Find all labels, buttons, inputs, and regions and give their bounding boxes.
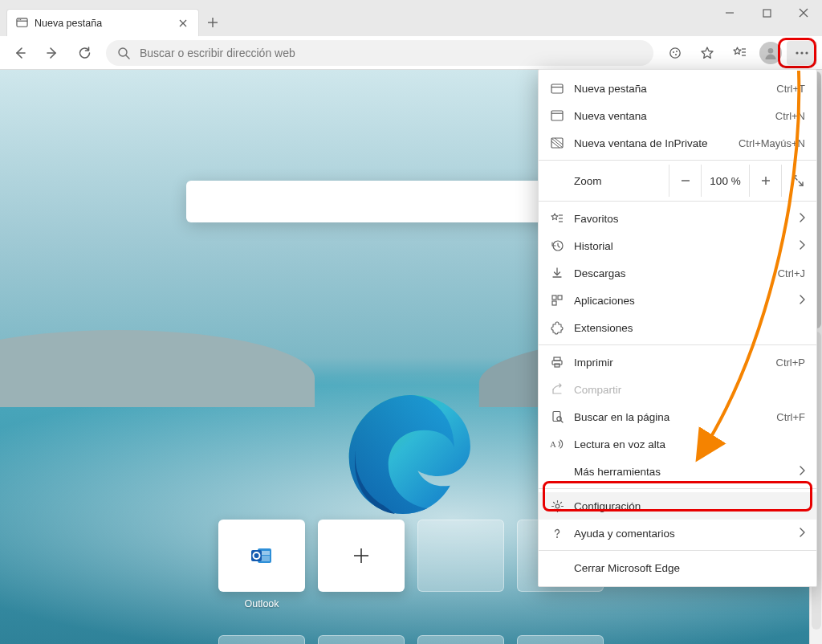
minimize-icon <box>725 8 735 18</box>
menu-item-new-tab[interactable]: Nueva pestaña Ctrl+T <box>539 75 816 102</box>
menu-item-label: Cerrar Microsoft Edge <box>574 562 805 574</box>
svg-point-23 <box>768 48 774 54</box>
svg-point-58 <box>556 536 558 538</box>
chevron-right-icon <box>799 213 805 225</box>
menu-separator <box>539 488 816 489</box>
edge-logo-icon <box>344 387 478 522</box>
quicklink-placeholder <box>318 635 405 644</box>
print-icon <box>550 355 564 369</box>
menu-item-more-tools[interactable]: Más herramientas <box>539 458 816 485</box>
window-minimize-button[interactable] <box>711 0 748 26</box>
menu-item-inprivate[interactable]: Nueva ventana de InPrivate Ctrl+Mayús+N <box>539 129 816 157</box>
profile-button[interactable] <box>759 42 782 64</box>
svg-rect-4 <box>16 18 26 26</box>
omnibox-input[interactable] <box>138 46 642 60</box>
svg-point-6 <box>18 19 19 20</box>
plus-icon <box>760 175 771 186</box>
quicklink-label <box>360 598 362 609</box>
svg-rect-1 <box>763 10 771 17</box>
menu-item-favorites[interactable]: Favoritos <box>539 205 816 232</box>
menu-separator <box>539 344 816 345</box>
star-icon <box>700 46 714 60</box>
close-icon <box>799 8 808 18</box>
menu-item-label: Ayuda y comentarios <box>574 528 789 540</box>
menu-item-print[interactable]: Imprimir Ctrl+P <box>539 348 816 376</box>
svg-point-19 <box>675 54 677 55</box>
star-list-icon <box>550 211 564 226</box>
svg-rect-47 <box>552 296 556 300</box>
newtab-favicon-icon <box>15 17 28 30</box>
menu-item-label: Nueva ventana <box>574 110 766 122</box>
menu-item-shortcut: Ctrl+Mayús+N <box>739 137 805 149</box>
maximize-icon <box>763 9 771 18</box>
download-icon <box>550 266 564 280</box>
favorites-button[interactable] <box>724 38 755 68</box>
menu-item-new-window[interactable]: Nueva ventana Ctrl+N <box>539 102 816 129</box>
quicklink-outlook[interactable]: Outlook <box>218 520 305 609</box>
menu-item-close-edge[interactable]: Cerrar Microsoft Edge <box>539 554 816 581</box>
menu-item-label: Imprimir <box>574 357 767 369</box>
svg-rect-34 <box>551 84 563 93</box>
chevron-right-icon <box>799 240 805 252</box>
menu-item-apps[interactable]: Aplicaciones <box>539 287 816 314</box>
add-favorite-button[interactable] <box>692 38 722 68</box>
nav-back-button[interactable] <box>5 38 35 68</box>
menu-item-history[interactable]: Historial <box>539 232 816 259</box>
read-aloud-icon: A <box>550 437 564 451</box>
zoom-in-button[interactable] <box>749 165 781 197</box>
chevron-right-icon <box>799 528 805 540</box>
menu-item-shortcut: Ctrl+P <box>776 357 805 369</box>
tracking-prevention-button[interactable] <box>660 38 690 68</box>
quicklink-add[interactable] <box>318 520 405 609</box>
refresh-icon <box>77 46 92 60</box>
new-window-icon <box>550 108 564 123</box>
blank-icon <box>550 464 564 479</box>
tab-close-button[interactable] <box>176 16 190 31</box>
svg-point-24 <box>796 51 798 54</box>
svg-point-57 <box>555 504 560 508</box>
inprivate-icon <box>550 136 564 150</box>
overflow-menu: Nueva pestaña Ctrl+T Nueva ventana Ctrl+… <box>538 69 817 587</box>
menu-item-help[interactable]: Ayuda y comentarios <box>539 520 816 547</box>
omnibox[interactable] <box>106 40 653 66</box>
profile-avatar-icon <box>763 46 778 60</box>
window-maximize-button[interactable] <box>748 0 785 26</box>
fullscreen-button[interactable] <box>781 165 813 197</box>
new-tab-icon <box>550 81 564 96</box>
menu-zoom-row: Zoom 100 % <box>539 164 816 198</box>
find-on-page-icon <box>550 410 564 424</box>
zoom-value: 100 % <box>701 165 749 197</box>
menu-item-read-aloud[interactable]: A Lectura en voz alta <box>539 430 816 458</box>
nav-refresh-button[interactable] <box>69 38 100 68</box>
menu-item-label: Buscar en la página <box>574 411 767 423</box>
menu-item-label: Historial <box>574 240 789 252</box>
new-tab-button[interactable] <box>199 9 226 36</box>
zoom-out-button[interactable] <box>669 165 701 197</box>
arrow-right-icon <box>45 46 59 60</box>
outlook-icon <box>250 546 273 565</box>
toolbar <box>0 36 822 70</box>
menu-separator <box>539 201 816 202</box>
menu-item-settings[interactable]: Configuración <box>539 492 816 520</box>
fullscreen-icon <box>791 174 804 187</box>
menu-item-shortcut: Ctrl+F <box>776 411 805 423</box>
gear-icon <box>550 499 564 513</box>
menu-item-label: Nueva pestaña <box>574 83 767 95</box>
overflow-menu-button[interactable] <box>787 41 817 65</box>
menu-item-downloads[interactable]: Descargas Ctrl+J <box>539 259 816 287</box>
menu-item-label: Descargas <box>574 267 768 279</box>
menu-item-label: Configuración <box>574 500 805 512</box>
arrow-left-icon <box>13 46 27 60</box>
menu-separator <box>539 160 816 161</box>
svg-rect-50 <box>554 357 560 361</box>
menu-item-find[interactable]: Buscar en la página Ctrl+F <box>539 403 816 430</box>
cookie-shield-icon <box>668 46 682 60</box>
quicklink-placeholder <box>417 520 504 609</box>
nav-forward-button[interactable] <box>37 38 67 68</box>
menu-item-label: Más herramientas <box>574 466 789 478</box>
window-close-button[interactable] <box>785 0 822 26</box>
svg-line-15 <box>126 55 129 59</box>
menu-item-shortcut: Ctrl+N <box>775 110 805 122</box>
tab-active[interactable]: Nueva pestaña <box>6 9 199 36</box>
menu-item-extensions[interactable]: Extensiones <box>539 314 816 341</box>
